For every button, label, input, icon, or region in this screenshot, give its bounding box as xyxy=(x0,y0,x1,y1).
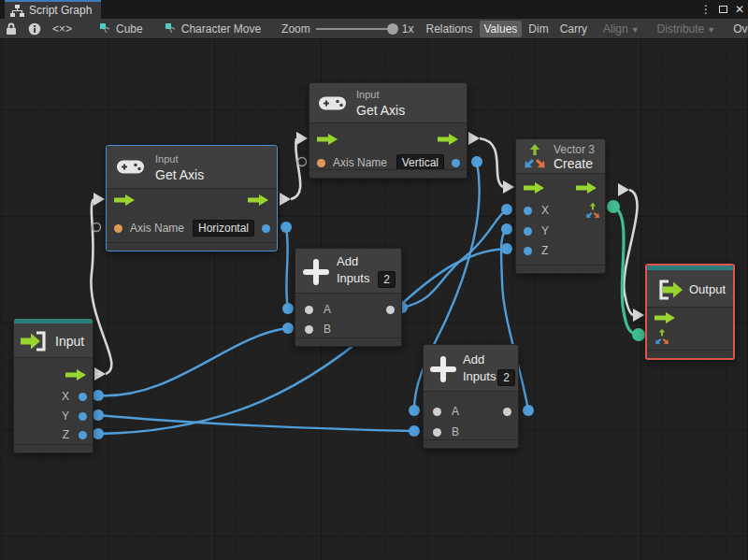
flow-port-row xyxy=(309,130,467,149)
port-row-z: Z xyxy=(14,425,93,444)
x-out-port[interactable] xyxy=(79,393,87,401)
window-buttons: ⋮ ✕ xyxy=(700,0,744,19)
graph-canvas[interactable]: Input Get Axis Axis Name Vertical xyxy=(0,39,748,560)
node-footer xyxy=(516,265,605,273)
sum-out-port[interactable] xyxy=(386,306,395,314)
tab-strip: Script Graph ⋮ ✕ xyxy=(0,0,748,19)
values-toggle[interactable]: Values xyxy=(480,21,523,37)
input-z-port[interactable] xyxy=(524,247,532,255)
input-a-port[interactable] xyxy=(433,408,441,416)
value-out-port[interactable] xyxy=(452,159,460,167)
graph-toolbar: <×> Cube Character Move Zoom 1x Rela xyxy=(0,19,748,39)
info-button[interactable] xyxy=(22,19,47,39)
node-title: Input xyxy=(55,334,84,349)
vector3-out-port[interactable] xyxy=(584,202,601,219)
chevron-down-icon: ▼ xyxy=(631,25,640,35)
node-vector3-create[interactable]: Vector 3 Create X Y xyxy=(515,138,606,274)
vector3-in-port[interactable] xyxy=(654,328,670,345)
port-row-x: X xyxy=(516,201,605,220)
tab-title: Script Graph xyxy=(29,4,92,17)
tab-script-graph[interactable]: Script Graph xyxy=(5,0,101,19)
port-row-b: B xyxy=(295,320,401,338)
flow-out-port[interactable] xyxy=(576,182,597,194)
z-out-port[interactable] xyxy=(79,431,87,439)
dim-toggle[interactable]: Dim xyxy=(524,21,553,37)
axis-name-port[interactable] xyxy=(114,224,122,233)
node-title: Get Axis xyxy=(155,167,204,182)
flow-out-port[interactable] xyxy=(248,194,269,206)
kebab-menu-icon[interactable]: ⋮ xyxy=(700,4,712,15)
node-get-axis-horizontal[interactable]: Input Get Axis Axis Name Horizontal xyxy=(106,145,278,251)
angle-x-icon: <×> xyxy=(52,22,72,36)
port-row-x: X xyxy=(14,387,93,406)
flow-in-port[interactable] xyxy=(317,134,338,145)
node-add-1[interactable]: Add Inputs 2 A B xyxy=(295,248,402,347)
zoom-slider-handle[interactable] xyxy=(387,23,398,35)
node-title: Output xyxy=(689,282,726,296)
axis-name-value-field[interactable]: Horizontal xyxy=(193,220,254,237)
node-add-2[interactable]: Add Inputs 2 A B xyxy=(423,344,519,449)
input-x-port[interactable] xyxy=(524,207,532,215)
breadcrumb-cube[interactable]: Cube xyxy=(93,22,151,36)
zoom-slider-track xyxy=(316,28,396,30)
input-a-port[interactable] xyxy=(305,306,313,314)
sum-out-port[interactable] xyxy=(503,408,511,416)
input-y-port[interactable] xyxy=(524,227,532,236)
inputs-count-field[interactable]: 2 xyxy=(378,271,396,288)
vector3-value-row xyxy=(647,327,733,346)
plus-icon xyxy=(303,259,329,285)
lock-button[interactable] xyxy=(0,19,22,39)
axis-name-port[interactable] xyxy=(317,159,325,167)
node-title: Add xyxy=(463,352,484,366)
carry-toggle[interactable]: Carry xyxy=(555,21,592,37)
flow-port-row xyxy=(516,179,605,197)
axis-name-row: Axis Name Horizontal xyxy=(107,219,277,237)
align-dropdown[interactable]: Align▼ xyxy=(598,21,644,37)
maximize-icon[interactable] xyxy=(719,6,727,13)
node-get-axis-vertical[interactable]: Input Get Axis Axis Name Vertical xyxy=(309,82,468,179)
node-title: Create xyxy=(554,156,593,171)
port-row-a: A xyxy=(424,402,518,421)
node-header: Input Get Axis xyxy=(107,146,277,189)
port-row-y: Y xyxy=(14,407,93,425)
close-icon[interactable]: ✕ xyxy=(735,4,744,15)
graph-hierarchy-icon xyxy=(10,5,24,17)
inputs-count-field[interactable]: 2 xyxy=(497,369,515,386)
input-b-port[interactable] xyxy=(433,428,441,437)
plus-icon xyxy=(430,356,456,382)
flow-in-port[interactable] xyxy=(524,182,545,194)
node-title: Get Axis xyxy=(356,103,405,118)
output-bracket-icon xyxy=(654,279,685,301)
breadcrumb-character-move[interactable]: Character Move xyxy=(158,22,268,36)
distribute-dropdown[interactable]: Distribute▼ xyxy=(653,21,721,37)
zoom-slider[interactable] xyxy=(316,23,396,35)
input-bracket-icon xyxy=(20,330,51,352)
y-out-port[interactable] xyxy=(79,412,87,421)
value-inspection-button[interactable]: <×> xyxy=(47,19,78,39)
script-graph-window: Script Graph ⋮ ✕ <×> xyxy=(0,0,748,560)
node-category: Input xyxy=(155,153,178,165)
graph-node-icon xyxy=(165,23,177,35)
node-graph-output[interactable]: Output xyxy=(645,264,735,360)
node-graph-input[interactable]: Input X Y Z xyxy=(13,318,94,453)
flow-out-port[interactable] xyxy=(438,134,459,145)
relations-toggle[interactable]: Relations xyxy=(421,21,477,37)
inputs-label: Inputs xyxy=(337,271,369,285)
node-header: Input Get Axis xyxy=(309,83,467,123)
inputs-label: Inputs xyxy=(463,369,496,383)
flow-out-port[interactable] xyxy=(65,369,87,381)
node-header: Add Inputs 2 xyxy=(424,345,518,392)
value-out-port[interactable] xyxy=(262,224,270,233)
flow-in-port[interactable] xyxy=(654,312,676,323)
flow-in-port[interactable] xyxy=(114,194,136,206)
overview-button[interactable]: Overv xyxy=(728,21,748,37)
lock-icon xyxy=(6,22,17,36)
input-b-port[interactable] xyxy=(305,325,313,334)
node-header: Output xyxy=(647,270,733,308)
node-footer xyxy=(295,337,401,346)
node-category: Vector 3 xyxy=(554,143,595,156)
chevron-down-icon: ▼ xyxy=(707,25,715,35)
gamepad-icon xyxy=(116,157,145,177)
port-row-a: A xyxy=(295,300,401,319)
node-footer xyxy=(647,350,733,358)
